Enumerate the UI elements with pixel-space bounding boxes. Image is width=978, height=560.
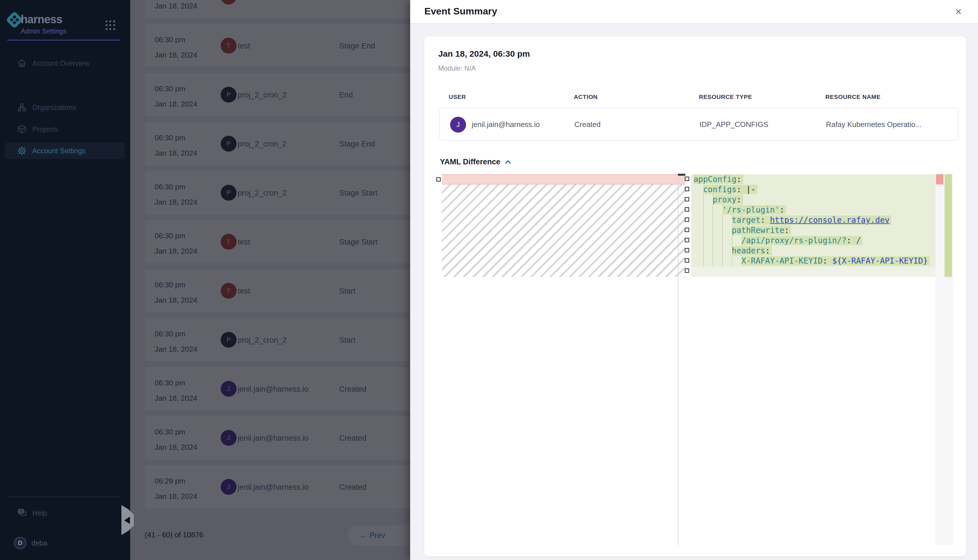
code-line: '/rs-plugin': bbox=[691, 205, 935, 215]
help-chat-icon: ? bbox=[17, 508, 27, 518]
event-datetime: Jan 18, 2024, 06:30 pm bbox=[438, 49, 530, 59]
event-summary-drawer: Event Summary × Jan 18, 2024, 06:30 pm M… bbox=[410, 0, 978, 560]
diff-line-checkbox[interactable] bbox=[436, 177, 441, 182]
home-icon bbox=[17, 58, 27, 68]
diff-sash-handle[interactable] bbox=[678, 174, 685, 176]
diff-line-checkbox[interactable] bbox=[685, 177, 689, 181]
event-module: Module: N/A bbox=[438, 64, 476, 72]
code-line: configs: |- bbox=[691, 185, 935, 195]
diff-line-checkbox[interactable] bbox=[685, 187, 689, 191]
col-header-user: USER bbox=[449, 93, 466, 100]
diff-line-checkbox[interactable] bbox=[685, 248, 689, 253]
code-line: X-RAFAY-API-KEYID: ${X-RAFAY-API-KEYID} bbox=[691, 256, 935, 266]
code-line: /api/proxy/rs-plugin/?: / bbox=[691, 235, 935, 246]
event-resource-type: IDP_APP_CONFIGS bbox=[699, 120, 768, 129]
sidebar-bottom-divider bbox=[7, 497, 120, 497]
chevron-up-icon bbox=[504, 158, 512, 166]
removed-line bbox=[442, 174, 685, 185]
help-label: Help bbox=[32, 509, 47, 517]
code-line: headers: bbox=[691, 246, 935, 256]
diff-line-checkbox[interactable] bbox=[685, 258, 689, 263]
gear-icon bbox=[17, 146, 27, 156]
minimap-added-mark bbox=[945, 174, 952, 277]
code-line: appConfig: bbox=[691, 174, 935, 185]
diff-minimap[interactable] bbox=[935, 173, 953, 545]
col-header-action: ACTION bbox=[574, 93, 598, 100]
collapse-arrow-icon bbox=[124, 517, 130, 524]
user-avatar: D bbox=[14, 537, 27, 549]
diff-line-checkbox[interactable] bbox=[685, 268, 689, 273]
sidebar-item-account-overview[interactable]: Account Overview bbox=[5, 55, 125, 72]
yaml-difference-toggle[interactable]: YAML Difference bbox=[440, 158, 512, 167]
brand-name: harness bbox=[21, 13, 62, 26]
diff-line-checkbox[interactable] bbox=[685, 228, 689, 232]
sidebar-item-label: Account Overview bbox=[32, 59, 89, 67]
org-icon bbox=[17, 103, 27, 112]
event-action: Created bbox=[574, 120, 601, 129]
diff-line-checkbox[interactable] bbox=[685, 217, 689, 222]
diff-filler-hatch bbox=[442, 185, 685, 277]
diff-left-pane bbox=[442, 173, 685, 545]
code-line bbox=[691, 266, 935, 276]
sidebar-item-projects[interactable]: Projects bbox=[5, 121, 125, 137]
cube-icon bbox=[17, 124, 27, 134]
diff-line-checkbox[interactable] bbox=[685, 238, 689, 242]
sidebar-item-label: Projects bbox=[32, 125, 58, 133]
col-header-resource-name: RESOURCE NAME bbox=[826, 93, 880, 100]
sidebar-item-label: Account Settings bbox=[32, 147, 86, 155]
admin-settings-label: Admin Settings bbox=[21, 27, 66, 35]
code-line: proxy: bbox=[691, 195, 935, 205]
module-grid-icon[interactable] bbox=[105, 20, 115, 30]
sidebar-item-organizations[interactable]: Organizations bbox=[5, 99, 125, 116]
minimap-removed-mark bbox=[936, 174, 943, 185]
sidebar: harness Admin Settings Account Overview … bbox=[0, 0, 130, 560]
diff-line-checkbox[interactable] bbox=[685, 207, 689, 212]
close-icon[interactable]: × bbox=[951, 5, 966, 19]
diff-line-checkbox[interactable] bbox=[685, 197, 689, 202]
sidebar-divider bbox=[7, 40, 120, 40]
code-line: target: https://console.rafay.dev bbox=[691, 215, 935, 225]
user-profile-button[interactable]: D deba bbox=[5, 535, 124, 552]
svg-text:?: ? bbox=[20, 510, 22, 513]
diff-divider[interactable] bbox=[678, 173, 679, 545]
sidebar-item-label: Organizations bbox=[32, 103, 76, 112]
event-user: jenil.jain@harness.io bbox=[472, 120, 540, 129]
yaml-link[interactable]: https://console.rafay.dev bbox=[770, 215, 889, 225]
help-button[interactable]: ? Help bbox=[5, 505, 124, 521]
event-card: Jan 18, 2024, 06:30 pm Module: N/A USER … bbox=[424, 36, 966, 556]
yaml-diff-viewer: appConfig: configs: |- proxy: '/rs-plugi… bbox=[436, 173, 953, 545]
code-line: pathRewrite: bbox=[691, 225, 935, 235]
event-resource-name: Rafay Kubernetes Operatio... bbox=[826, 120, 921, 129]
col-header-resource-type: RESOURCE TYPE bbox=[699, 93, 752, 100]
drawer-title: Event Summary bbox=[424, 6, 497, 17]
diff-right-pane: appConfig: configs: |- proxy: '/rs-plugi… bbox=[691, 173, 935, 545]
avatar: J bbox=[450, 117, 466, 133]
drawer-header: Event Summary × bbox=[410, 0, 978, 24]
sidebar-item-account-settings[interactable]: Account Settings bbox=[5, 143, 125, 159]
user-name: deba bbox=[32, 539, 47, 547]
event-table-row: J jenil.jain@harness.io Created IDP_APP_… bbox=[440, 108, 958, 140]
app-root: 06:30 pmJan 18, 2024TtestEnd06:30 pmJan … bbox=[0, 0, 978, 560]
